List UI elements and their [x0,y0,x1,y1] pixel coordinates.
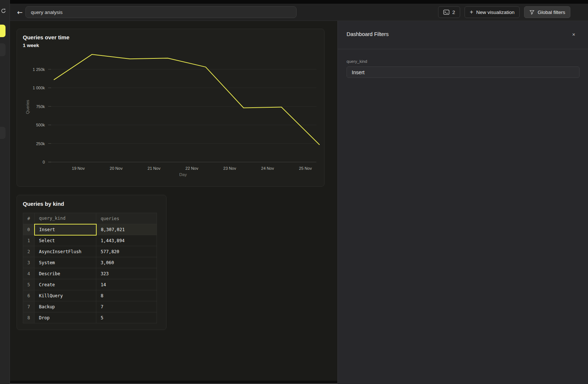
cell-queries[interactable]: 14 [96,279,157,290]
global-filters-label: Global filters [538,10,565,15]
table-row: 8Drop5 [23,312,157,323]
row-index: 3 [23,257,35,268]
cell-query-kind[interactable]: Drop [35,312,96,323]
filters-panel-title: Dashboard Filters [347,31,388,37]
table-row: 6KillQuery8 [23,290,157,301]
cell-query-kind[interactable]: Backup [35,301,96,312]
svg-text:250k: 250k [36,141,45,146]
cell-queries[interactable]: 3,060 [96,257,157,268]
console-count-label: 2 [452,10,455,15]
cell-query-kind[interactable]: KillQuery [35,290,96,301]
cell-queries[interactable]: 8,307,021 [96,224,157,235]
cell-query-kind[interactable]: Select [35,235,96,246]
left-sidebar [0,0,10,384]
cell-queries[interactable]: 7 [96,301,157,312]
svg-text:22 Nov: 22 Nov [186,166,198,171]
new-visualization-button[interactable]: + New visualization [465,6,520,18]
console-icon [443,10,449,15]
window-top-edge [10,0,588,4]
app-root: ← 2 + New visualization Global filters [0,0,588,384]
close-icon[interactable]: × [570,30,578,39]
top-toolbar: ← 2 + New visualization Global filters [10,4,588,21]
svg-text:19 Nov: 19 Nov [72,166,85,171]
back-button[interactable]: ← [15,7,25,17]
chart-panel-queries-over-time: Queries over time 1 week 0250k500k750k1 … [17,29,325,187]
svg-text:0: 0 [43,160,45,164]
panel-thumbnail-active[interactable] [0,25,6,37]
svg-text:20 Nov: 20 Nov [110,166,123,171]
svg-text:Day: Day [179,172,187,177]
dashboard-canvas: Queries over time 1 week 0250k500k750k1 … [10,21,337,384]
cell-queries[interactable]: 5 [96,312,157,323]
panel-thumbnail[interactable] [0,127,6,139]
row-index: 5 [23,279,35,290]
queries-by-kind-table: # query_kind queries 0Insert8,307,0211Se… [23,213,157,323]
query-kind-filter-value: Insert [352,69,365,75]
table-row: 1Select1,443,894 [23,235,157,246]
svg-text:1 000k: 1 000k [33,86,45,90]
row-index: 0 [23,224,35,235]
column-header-query-kind[interactable]: query_kind [35,213,96,224]
svg-text:21 Nov: 21 Nov [148,166,161,171]
table-row: 0Insert8,307,021 [23,224,157,235]
cell-query-kind[interactable]: System [35,257,96,268]
cell-query-kind[interactable]: Create [35,279,96,290]
svg-text:23 Nov: 23 Nov [223,166,236,171]
row-index: 2 [23,246,35,257]
panel-thumbnail[interactable] [0,43,6,56]
queries-over-time-line-chart[interactable]: 0250k500k750k1 000k1 250k19 Nov20 Nov21 … [17,29,324,186]
filters-panel-header: Dashboard Filters × [338,21,588,49]
svg-text:24 Nov: 24 Nov [261,166,274,171]
column-header-queries[interactable]: queries [96,213,157,224]
table-panel-queries-by-kind: Queries by kind # query_kind queries 0In… [17,195,166,330]
table-title: Queries by kind [23,201,64,207]
query-kind-filter-input[interactable]: Insert [347,67,580,78]
svg-text:Queries: Queries [25,100,30,114]
table-row: 2AsyncInsertFlush577,820 [23,246,157,257]
table-row: 4Describe323 [23,268,157,279]
row-index: 8 [23,312,35,323]
cell-queries[interactable]: 577,820 [96,246,157,257]
dashboard-title-input[interactable] [25,6,297,18]
dashboard-filters-panel: Dashboard Filters × query_kind Insert [337,21,588,384]
refresh-icon[interactable] [1,8,6,14]
table-header-row: # query_kind queries [23,213,157,224]
svg-text:1 250k: 1 250k [33,67,45,72]
plus-icon: + [470,9,473,15]
filter-field-label: query_kind [347,59,367,64]
svg-text:25 Nov: 25 Nov [299,166,312,171]
column-header-index[interactable]: # [23,213,35,224]
row-index: 4 [23,268,35,279]
svg-text:500k: 500k [36,123,45,127]
console-count-button[interactable]: 2 [438,6,460,18]
table-row: 3System3,060 [23,257,157,268]
row-index: 7 [23,301,35,312]
cell-query-kind[interactable]: Describe [35,268,96,279]
new-visualization-label: New visualization [476,10,514,15]
funnel-icon [529,10,535,15]
table-row: 7Backup7 [23,301,157,312]
cell-query-kind[interactable]: AsyncInsertFlush [35,246,96,257]
queries-table-body: 0Insert8,307,0211Select1,443,8942AsyncIn… [23,224,157,323]
svg-text:750k: 750k [36,104,45,109]
topbar-actions: 2 + New visualization Global filters [438,6,570,18]
global-filters-button[interactable]: Global filters [524,6,570,18]
table-row: 5Create14 [23,279,157,290]
cell-query-kind[interactable]: Insert [35,224,96,235]
row-index: 1 [23,235,35,246]
cell-queries[interactable]: 8 [96,290,157,301]
cell-queries[interactable]: 323 [96,268,157,279]
cell-queries[interactable]: 1,443,894 [96,235,157,246]
row-index: 6 [23,290,35,301]
